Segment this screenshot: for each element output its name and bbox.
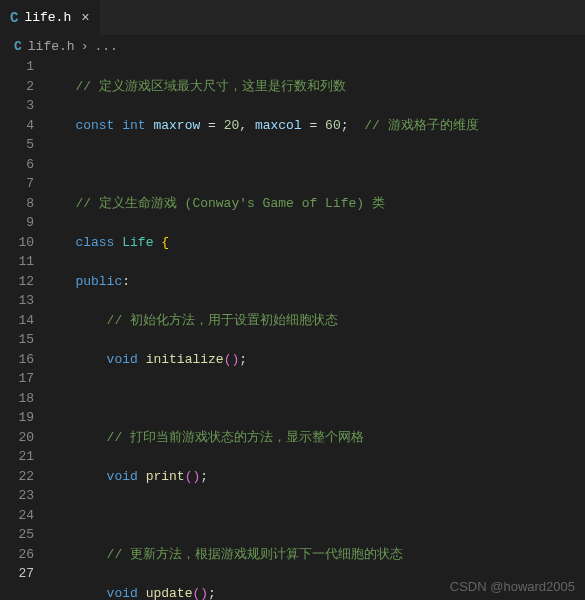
breadcrumb-filename: life.h — [28, 39, 75, 54]
line-number: 4 — [0, 116, 34, 136]
line-number: 1 — [0, 57, 34, 77]
line-number: 26 — [0, 545, 34, 565]
line-number: 14 — [0, 311, 34, 331]
tabs-bar: C life.h × — [0, 0, 585, 35]
tab-filename: life.h — [24, 10, 71, 25]
line-number: 23 — [0, 486, 34, 506]
line-number: 18 — [0, 389, 34, 409]
line-number-gutter: 1234567891011121314151617181920212223242… — [0, 57, 52, 600]
code-editor[interactable]: 1234567891011121314151617181920212223242… — [0, 57, 585, 600]
line-number: 20 — [0, 428, 34, 448]
line-number: 10 — [0, 233, 34, 253]
line-number: 19 — [0, 408, 34, 428]
line-number: 7 — [0, 174, 34, 194]
line-number: 24 — [0, 506, 34, 526]
line-number: 2 — [0, 77, 34, 97]
line-number: 17 — [0, 369, 34, 389]
watermark: CSDN @howard2005 — [450, 579, 575, 594]
line-number: 9 — [0, 213, 34, 233]
line-number: 6 — [0, 155, 34, 175]
line-number: 8 — [0, 194, 34, 214]
line-number: 25 — [0, 525, 34, 545]
line-number: 15 — [0, 330, 34, 350]
breadcrumb-more: ... — [94, 39, 117, 54]
line-number: 3 — [0, 96, 34, 116]
c-file-icon: C — [14, 39, 22, 54]
line-number: 13 — [0, 291, 34, 311]
c-file-icon: C — [10, 10, 18, 26]
tab-life-h[interactable]: C life.h × — [0, 0, 101, 35]
code-content[interactable]: // 定义游戏区域最大尺寸，这里是行数和列数 const int maxrow … — [52, 57, 585, 600]
line-number: 21 — [0, 447, 34, 467]
line-number: 11 — [0, 252, 34, 272]
line-number: 12 — [0, 272, 34, 292]
line-number: 22 — [0, 467, 34, 487]
breadcrumb[interactable]: C life.h › ... — [0, 35, 585, 57]
line-number: 27 — [0, 564, 34, 584]
line-number: 5 — [0, 135, 34, 155]
chevron-right-icon: › — [81, 39, 89, 54]
close-icon[interactable]: × — [81, 10, 89, 26]
line-number: 16 — [0, 350, 34, 370]
